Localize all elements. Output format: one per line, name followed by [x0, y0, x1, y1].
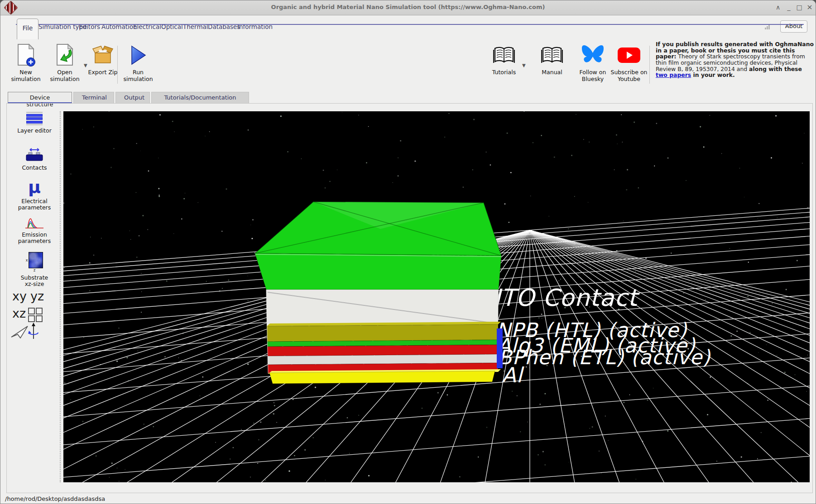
toolbar-separator: [117, 46, 118, 84]
new-document-icon: [15, 43, 36, 67]
bluesky-label: Follow on Bluesky: [575, 69, 611, 83]
bluesky-butterfly-icon: [581, 43, 605, 67]
youtube-icon: [617, 43, 641, 67]
contact-marker: [497, 328, 503, 368]
app-window: Organic and hybrid Material Nano Simulat…: [0, 0, 816, 504]
tab-output[interactable]: Output: [115, 92, 150, 104]
tab-tutorials-documentation[interactable]: Tutorials/Documentation: [151, 92, 249, 104]
menu-bar: File Simulation type Editors Automation …: [0, 15, 816, 39]
tab-device-structure[interactable]: Device structure: [8, 92, 72, 104]
about-button[interactable]: About: [780, 20, 807, 33]
book-icon: [493, 43, 515, 67]
export-box-icon: [91, 43, 114, 67]
citation-text: If you publish results generated with Og…: [656, 41, 815, 78]
youtube-label: Subscribe on Youtube: [610, 69, 648, 83]
menu-file[interactable]: File: [17, 19, 38, 39]
substrate-xz-size-label: Substrate xz-size: [17, 275, 52, 288]
run-simulation-label: Run simulation: [121, 69, 155, 83]
bluesky-button[interactable]: Follow on Bluesky: [575, 43, 611, 83]
layers-icon: [26, 112, 43, 125]
resize-grip-icon: [765, 25, 770, 29]
manual-label: Manual: [542, 69, 562, 76]
emission-parameters-label: Emission parameters: [17, 232, 52, 245]
device-3d-viewport[interactable]: ITO Contact NPB (HTL) (active) Alq3 (EML…: [63, 111, 810, 482]
youtube-button[interactable]: Subscribe on Youtube: [610, 43, 648, 83]
paper-plane-icon[interactable]: [10, 324, 29, 339]
toolbar: New simulation Open simulation ▼: [0, 39, 816, 91]
z-axis-label: z: [34, 268, 35, 272]
two-papers-link[interactable]: two papers: [656, 71, 691, 78]
tutorials-button[interactable]: Tutorials: [487, 43, 521, 76]
window-title: Organic and hybrid Material Nano Simulat…: [0, 4, 816, 10]
tutorials-dropdown-icon[interactable]: ▼: [522, 63, 526, 68]
sidebar-item-substrate-xz-size[interactable]: x z Substrate xz-size: [17, 252, 52, 288]
close-icon[interactable]: ×: [805, 2, 815, 12]
electrical-parameters-label: Electrical parameters: [17, 198, 52, 211]
contacts-label: Contacts: [22, 165, 47, 171]
grid-view-icon[interactable]: [28, 307, 43, 323]
title-bar[interactable]: Organic and hybrid Material Nano Simulat…: [0, 0, 816, 15]
emission-spectrum-icon: [24, 217, 44, 229]
minimize-icon[interactable]: _: [784, 2, 794, 12]
sidebar-splitter[interactable]: [60, 111, 61, 482]
tab-bar: Device structure Terminal Output Tutoria…: [8, 92, 249, 104]
mu-icon: μ: [28, 178, 41, 196]
view-xy-button[interactable]: xy: [12, 289, 27, 303]
new-simulation-button[interactable]: New simulation: [9, 43, 43, 83]
contacts-icon: [25, 147, 44, 162]
export-zip-label: Export Zip: [88, 69, 118, 76]
tab-terminal[interactable]: Terminal: [73, 92, 114, 104]
open-simulation-label: Open simulation: [48, 69, 82, 83]
x-axis-label: x: [26, 258, 28, 262]
layer-front-face: [269, 371, 495, 384]
layer-front-face: [255, 253, 501, 290]
run-simulation-button[interactable]: Run simulation: [121, 43, 155, 83]
new-simulation-label: New simulation: [9, 69, 43, 83]
sidebar-item-contacts[interactable]: Contacts: [17, 147, 52, 171]
toolbar-separator: [649, 46, 650, 84]
shade-window-icon[interactable]: ∧: [773, 2, 783, 12]
substrate-thumbnail-icon: [29, 252, 43, 268]
menu-underline: [16, 24, 804, 25]
tutorials-label: Tutorials: [492, 69, 516, 76]
open-document-icon: [54, 43, 75, 67]
device-stack: [63, 111, 810, 482]
book-icon: [541, 43, 563, 67]
view-yz-button[interactable]: yz: [30, 289, 44, 303]
sidebar-item-layer-editor[interactable]: Layer editor: [17, 112, 52, 134]
rotate-axis-icon[interactable]: [28, 322, 39, 340]
sidebar-item-emission-parameters[interactable]: Emission parameters: [17, 217, 52, 245]
status-path: /home/rod/Desktop/asddasdasdsa: [5, 495, 105, 502]
layer-editor-label: Layer editor: [17, 128, 52, 134]
layer-front-face: [267, 324, 498, 342]
view-xz-button[interactable]: xz: [12, 306, 26, 320]
maximize-icon[interactable]: □: [794, 2, 804, 12]
manual-button[interactable]: Manual: [535, 43, 569, 76]
export-zip-button[interactable]: Export Zip: [86, 43, 119, 76]
sidebar-item-electrical-parameters[interactable]: μ Electrical parameters: [17, 178, 52, 211]
open-simulation-button[interactable]: Open simulation: [48, 43, 82, 83]
play-icon: [128, 43, 148, 67]
